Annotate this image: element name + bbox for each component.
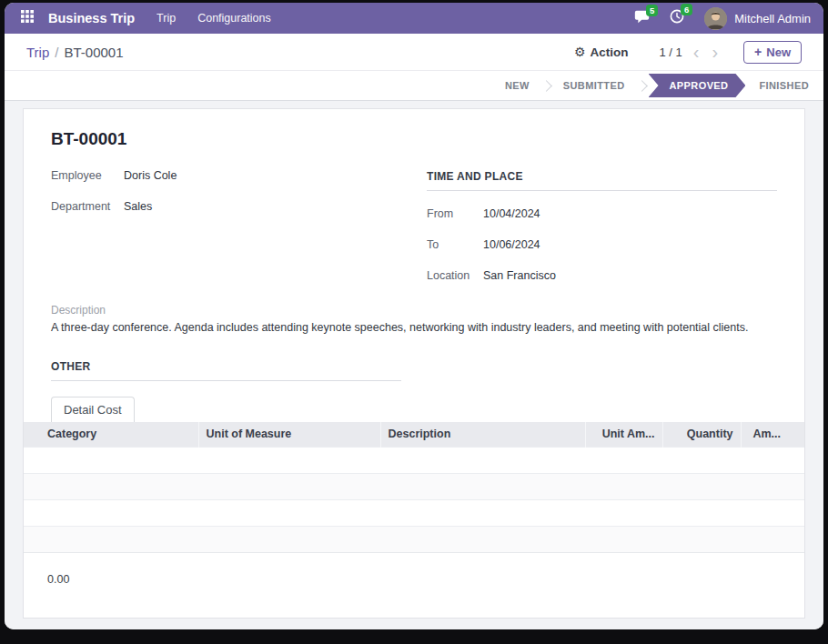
activities-button[interactable]: 6 <box>670 9 684 27</box>
field-employee: Employee Doris Cole <box>51 167 427 185</box>
top-navbar: Business Trip Trip Configurations 5 6 <box>5 3 823 34</box>
breadcrumb-parent-link[interactable]: Trip <box>26 45 49 60</box>
status-step-submitted[interactable]: SUBMITTED <box>550 71 638 100</box>
table-body <box>24 447 804 552</box>
field-value[interactable]: 10/06/2024 <box>483 236 540 254</box>
user-avatar[interactable] <box>704 7 727 30</box>
breadcrumb-current: BT-00001 <box>64 45 123 60</box>
breadcrumb: Trip / BT-00001 <box>26 45 124 60</box>
table-row[interactable] <box>24 526 804 552</box>
field-to: To 10/06/2024 <box>427 236 777 254</box>
group-title-other: OTHER <box>51 357 401 381</box>
field-label: To <box>427 236 483 254</box>
column-header-amount[interactable]: Am... <box>741 422 804 447</box>
user-name[interactable]: Mitchell Admin <box>734 12 811 25</box>
new-button-label: New <box>766 45 791 59</box>
field-label: Employee <box>51 167 124 185</box>
description-label: Description <box>51 304 777 317</box>
control-panel: Trip / BT-00001 ⚙ Action 1 / 1 ‹ › + New <box>5 34 823 71</box>
field-label: Department <box>51 198 124 216</box>
activities-badge: 6 <box>681 4 692 15</box>
group-title-time-and-place: TIME AND PLACE <box>427 167 777 191</box>
table-row[interactable] <box>24 499 804 526</box>
action-label: Action <box>590 45 628 59</box>
field-value[interactable]: San Francisco <box>483 267 556 285</box>
form-sheet: BT-00001 Employee Doris Cole Department … <box>23 108 805 619</box>
field-location: Location San Francisco <box>427 267 777 285</box>
pager: 1 / 1 ‹ › <box>659 43 720 61</box>
detail-cost-table: Category Unit of Measure Description Uni… <box>24 422 804 553</box>
menu-configurations[interactable]: Configurations <box>197 12 271 25</box>
apps-grid-icon <box>21 10 34 26</box>
breadcrumb-separator: / <box>55 45 58 60</box>
table-row[interactable] <box>24 447 804 473</box>
column-header-quantity[interactable]: Quantity <box>662 422 741 447</box>
field-value[interactable]: 10/04/2024 <box>483 206 540 223</box>
new-record-button[interactable]: + New <box>743 41 802 64</box>
column-header-category[interactable]: Category <box>24 422 198 447</box>
gear-icon: ⚙ <box>574 45 586 58</box>
tab-detail-cost[interactable]: Detail Cost <box>51 397 135 422</box>
column-header-description[interactable]: Description <box>380 422 585 447</box>
total-amount: 0.00 <box>47 573 69 586</box>
pager-previous-button[interactable]: ‹ <box>692 43 702 61</box>
table-header: Category Unit of Measure Description Uni… <box>24 422 804 447</box>
field-value[interactable]: Doris Cole <box>124 167 177 185</box>
field-from: From 10/04/2024 <box>427 206 777 223</box>
record-title: BT-00001 <box>51 129 777 149</box>
messages-button[interactable]: 5 <box>634 10 650 27</box>
app-name[interactable]: Business Trip <box>48 11 135 25</box>
menu-trip[interactable]: Trip <box>157 12 176 25</box>
content-area: BT-00001 Employee Doris Cole Department … <box>5 101 823 629</box>
form-body: BT-00001 Employee Doris Cole Department … <box>24 109 804 422</box>
app-window: Business Trip Trip Configurations 5 6 <box>5 3 823 629</box>
statusbar: NEW SUBMITTED APPROVED FINISHED <box>5 71 823 101</box>
description-block: Description A three-day conference. Agen… <box>51 304 777 336</box>
plus-icon: + <box>754 45 762 58</box>
notebook-tabs: Detail Cost <box>51 397 777 422</box>
field-label: Location <box>427 267 483 285</box>
table-footer: 0.00 <box>24 553 804 619</box>
column-header-unit-amount[interactable]: Unit Am... <box>585 422 662 447</box>
chevron-right-icon <box>636 80 648 92</box>
column-header-unit-of-measure[interactable]: Unit of Measure <box>198 422 380 447</box>
action-menu-button[interactable]: ⚙ Action <box>574 45 629 59</box>
messages-badge: 5 <box>646 5 658 16</box>
field-department: Department Sales <box>51 198 427 216</box>
field-groups: Employee Doris Cole Department Sales TIM… <box>51 167 777 298</box>
status-step-approved[interactable]: APPROVED <box>649 74 746 97</box>
field-group-time-place: TIME AND PLACE From 10/04/2024 To 10/06/… <box>427 167 777 298</box>
table-row[interactable] <box>24 473 804 499</box>
field-label: From <box>427 206 483 223</box>
description-text[interactable]: A three-day conference. Agenda includes … <box>51 320 777 336</box>
field-group-left: Employee Doris Cole Department Sales <box>51 167 427 298</box>
field-value[interactable]: Sales <box>124 198 152 216</box>
pager-next-button[interactable]: › <box>710 43 720 61</box>
pager-value: 1 / 1 <box>659 45 682 59</box>
apps-menu-button[interactable] <box>17 6 37 30</box>
status-step-new[interactable]: NEW <box>492 71 542 100</box>
status-step-finished[interactable]: FINISHED <box>746 71 822 100</box>
